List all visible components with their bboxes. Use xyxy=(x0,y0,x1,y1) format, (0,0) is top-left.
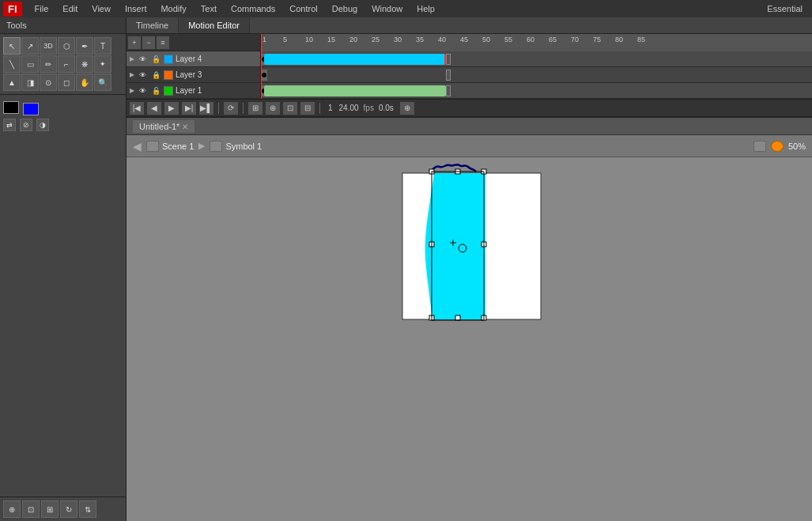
time-display: 0.0s xyxy=(379,104,394,112)
onion-skin-btn[interactable]: ⊕ xyxy=(3,500,21,518)
swap-colors-btn[interactable]: ⇄ xyxy=(3,119,16,131)
menu-help[interactable]: Help xyxy=(410,2,441,15)
menu-debug[interactable]: Debug xyxy=(326,2,364,15)
transport-sep2 xyxy=(243,103,244,114)
current-frame: 1 xyxy=(325,104,336,112)
layer-row[interactable]: ▶ 👁 🔒 Layer 3 xyxy=(127,67,260,83)
play-btn[interactable]: ▶ xyxy=(164,102,179,115)
deco-tool[interactable]: ❋ xyxy=(76,55,93,73)
keyframe xyxy=(261,70,267,81)
flip-btn[interactable]: ⇅ xyxy=(79,500,96,518)
eyedropper-tool[interactable]: ⊙ xyxy=(40,74,57,91)
frame-end xyxy=(446,85,451,96)
breadcrumb-scene1[interactable]: Scene 1 xyxy=(146,141,194,152)
ruler-mark: 50 xyxy=(482,36,490,43)
breadcrumb: ◀ Scene 1 ▶ Symbol 1 50% xyxy=(127,135,812,157)
layer-lock-icon[interactable]: 🔓 xyxy=(150,85,161,96)
layer-expand-icon: ▶ xyxy=(130,87,134,94)
ruler-mark: 85 xyxy=(637,36,645,43)
edit-multiple-btn[interactable]: ⊞ xyxy=(41,500,59,518)
snap-btn[interactable]: ⊕ xyxy=(400,102,414,115)
art-container xyxy=(363,157,576,333)
stage[interactable] xyxy=(127,157,812,333)
black-white-btn[interactable]: ◑ xyxy=(36,119,49,131)
menu-view[interactable]: View xyxy=(85,2,117,15)
ruler-mark: 75 xyxy=(593,36,601,43)
svg-rect-7 xyxy=(455,315,460,320)
layer-name: Layer 3 xyxy=(176,70,257,79)
next-frame-btn[interactable]: ▶| xyxy=(182,102,196,115)
doc-tab-item[interactable]: Untitled-1* ✕ xyxy=(133,120,195,133)
frame-bar-layer1 xyxy=(264,85,446,96)
menu-edit[interactable]: Edit xyxy=(56,2,84,15)
delete-layer-btn[interactable]: − xyxy=(142,36,155,49)
rect-tool[interactable]: ▭ xyxy=(21,55,39,73)
breadcrumb-back-btn[interactable]: ◀ xyxy=(133,140,142,153)
onion-outline-btn[interactable]: ⊡ xyxy=(22,500,40,518)
3d-rotation-tool[interactable]: 3D xyxy=(40,37,57,55)
loop-btn[interactable]: ⟳ xyxy=(224,102,238,115)
clip-icon[interactable] xyxy=(753,141,766,152)
ruler-mark: 80 xyxy=(615,36,623,43)
menu-file[interactable]: File xyxy=(28,2,55,15)
text-tool[interactable]: T xyxy=(94,37,111,55)
fill-color-swatch[interactable] xyxy=(23,103,39,115)
line-tool[interactable]: ╲ xyxy=(3,55,21,73)
onion-skin-btn[interactable]: ⊕ xyxy=(266,102,280,115)
layer-row[interactable]: ▶ 👁 🔓 Layer 1 xyxy=(127,83,260,99)
zoom-tool[interactable]: 🔍 xyxy=(94,74,111,91)
layer-eye-icon[interactable]: 👁 xyxy=(137,70,148,81)
menu-insert[interactable]: Insert xyxy=(119,2,153,15)
first-frame-btn[interactable]: |◀ xyxy=(130,102,144,115)
last-frame-btn[interactable]: ▶▌ xyxy=(199,102,213,115)
ruler-mark: 35 xyxy=(416,36,424,43)
stroke-color-swatch[interactable] xyxy=(3,101,19,114)
symbol1-label: Symbol 1 xyxy=(225,142,262,151)
artwork-svg xyxy=(363,157,576,331)
layer-lock-icon[interactable]: 🔒 xyxy=(150,70,161,81)
tab-motion-editor[interactable]: Motion Editor xyxy=(179,17,250,33)
color-tools-row: ⇄ ⊘ ◑ xyxy=(3,119,123,131)
menu-modify[interactable]: Modify xyxy=(154,2,192,15)
symbol-type-icon xyxy=(771,141,784,152)
fps-display: 24.00 xyxy=(339,104,359,112)
main-layout: Tools ↖ ↗ 3D ⬡ ✒ T ╲ ▭ ✏ ⌐ ❋ ✦ ▲ ◨ ⊙ ◻ ✋… xyxy=(0,17,812,521)
subselect-tool[interactable]: ↗ xyxy=(21,37,39,55)
no-color-btn[interactable]: ⊘ xyxy=(20,119,32,131)
modify-onion-btn[interactable]: ⊟ xyxy=(300,102,315,115)
bone-tool[interactable]: ✦ xyxy=(94,55,111,73)
layer-eye-icon[interactable]: 👁 xyxy=(137,54,148,65)
transform-tool[interactable]: ↻ xyxy=(60,500,77,518)
ruler-mark: 55 xyxy=(504,36,512,43)
layer-row[interactable]: ▶ 👁 🔓 Layer 4 xyxy=(127,51,260,67)
app-logo: Fl xyxy=(3,2,22,17)
breadcrumb-symbol1[interactable]: Symbol 1 xyxy=(210,141,262,152)
doc-tab-close-btn[interactable]: ✕ xyxy=(182,123,188,131)
layer-lock-icon[interactable]: 🔓 xyxy=(150,54,161,65)
pencil-tool[interactable]: ✏ xyxy=(40,55,57,73)
menu-window[interactable]: Window xyxy=(365,2,409,15)
timeline-area: Timeline Motion Editor + − ≡ ▶ 👁 🔓 xyxy=(127,17,812,118)
lasso-tool[interactable]: ⬡ xyxy=(58,37,75,55)
add-layer-btn[interactable]: + xyxy=(128,36,141,49)
brush-tool[interactable]: ⌐ xyxy=(58,55,75,73)
prev-frame-btn[interactable]: ◀ xyxy=(147,102,161,115)
tab-timeline[interactable]: Timeline xyxy=(127,17,179,33)
onion-outline-btn[interactable]: ⊡ xyxy=(283,102,297,115)
layer-eye-icon[interactable]: 👁 xyxy=(137,85,148,96)
timeline-body: + − ≡ ▶ 👁 🔓 Layer 4 ▶ � xyxy=(127,34,812,99)
hand-tool[interactable]: ✋ xyxy=(76,74,93,91)
pen-tool[interactable]: ✒ xyxy=(76,37,93,55)
ruler-mark: 10 xyxy=(305,36,313,43)
paint-bucket-tool[interactable]: ◨ xyxy=(21,74,39,91)
layer-expand-icon: ▶ xyxy=(130,55,134,62)
frame-row-layer4 xyxy=(261,51,812,67)
menu-text[interactable]: Text xyxy=(195,2,223,15)
arrow-tool[interactable]: ↖ xyxy=(3,37,21,55)
layer-options-btn[interactable]: ≡ xyxy=(157,36,169,49)
edit-multiple-frames-btn[interactable]: ⊞ xyxy=(248,102,262,115)
ink-bottle-tool[interactable]: ▲ xyxy=(3,74,21,91)
eraser-tool[interactable]: ◻ xyxy=(58,74,75,91)
menu-control[interactable]: Control xyxy=(283,2,323,15)
menu-commands[interactable]: Commands xyxy=(225,2,281,15)
